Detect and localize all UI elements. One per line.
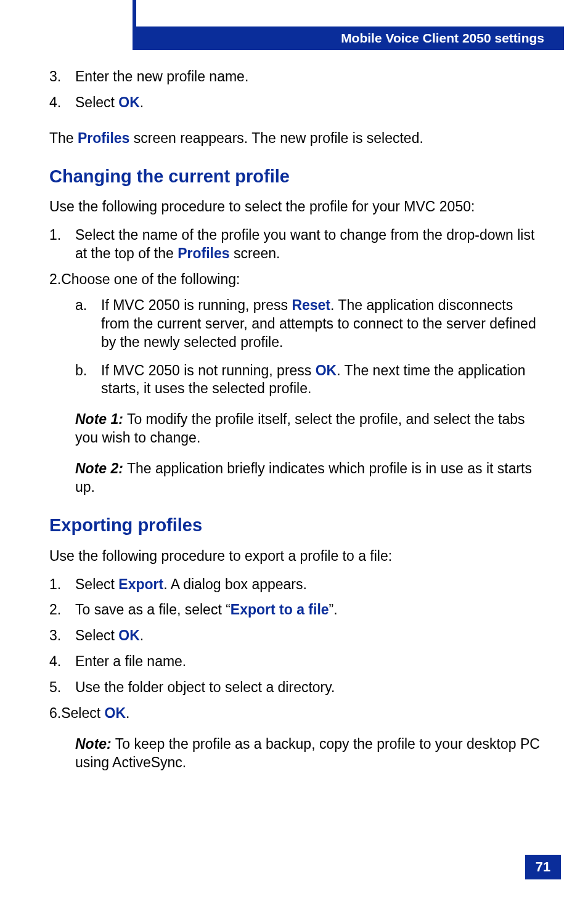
list-item: 3. Select OK. <box>49 627 542 645</box>
header-title: Mobile Voice Client 2050 settings <box>341 31 544 46</box>
sub-list-item: b. If MVC 2050 is not running, press OK.… <box>75 362 542 399</box>
note-text: To keep the profile as a backup, copy th… <box>75 736 540 770</box>
list-item: 5. Use the folder object to select a dir… <box>49 679 542 697</box>
sub-list-letter: a. <box>75 296 101 352</box>
list-text: Select OK. <box>75 627 144 645</box>
sub-list-text: If MVC 2050 is not running, press OK. Th… <box>101 362 542 399</box>
paragraph: The Profiles screen reappears. The new p… <box>49 129 542 148</box>
ui-term-export-to-file: Export to a file <box>231 601 329 618</box>
header-bar: Mobile Voice Client 2050 settings <box>133 26 564 50</box>
note-2: Note 2: The application briefly indicate… <box>75 460 542 497</box>
sub-list-item: a. If MVC 2050 is running, press Reset. … <box>75 296 542 352</box>
list-item: 6. Select OK. Note: To keep the profile … <box>49 704 542 772</box>
list-item: 1. Select Export. A dialog box appears. <box>49 576 542 594</box>
list-number: 4. <box>49 653 75 671</box>
list-text: Select OK. <box>61 704 129 723</box>
note-label: Note 1: <box>75 411 123 427</box>
list-number: 5. <box>49 679 75 697</box>
ui-term-export: Export <box>118 576 163 592</box>
list-item: 2. Choose one of the following: a. If MV… <box>49 271 542 497</box>
list-number: 2. <box>49 601 75 619</box>
list-text: To save as a file, select “Export to a f… <box>75 601 338 619</box>
list-text: Select OK. <box>75 94 144 112</box>
list-text: Choose one of the following: <box>61 271 240 289</box>
list-text: Enter a file name. <box>75 653 186 671</box>
sub-list: a. If MVC 2050 is running, press Reset. … <box>75 296 542 398</box>
list-text: Select Export. A dialog box appears. <box>75 576 307 594</box>
page: Mobile Voice Client 2050 settings 3. Ent… <box>0 0 588 909</box>
ui-term-reset: Reset <box>292 297 330 313</box>
list-item: 1. Select the name of the profile you wa… <box>49 226 542 263</box>
procedure-list-changing: 1. Select the name of the profile you wa… <box>49 226 542 497</box>
list-number: 2. <box>49 271 61 289</box>
note-label: Note: <box>75 736 112 752</box>
list-number: 3. <box>49 627 75 645</box>
list-number: 6. <box>49 704 61 723</box>
ui-term-profiles: Profiles <box>78 130 129 146</box>
sub-list-letter: b. <box>75 362 101 399</box>
list-number: 4. <box>49 94 75 112</box>
note-text: The application briefly indicates which … <box>75 460 532 495</box>
continuation-list: 3. Enter the new profile name. 4. Select… <box>49 68 542 112</box>
ui-term-ok: OK <box>118 94 140 110</box>
ui-term-ok: OK <box>316 362 337 378</box>
note-text: To modify the profile itself, select the… <box>75 411 525 446</box>
ui-term-ok: OK <box>118 627 140 643</box>
list-item: 2. To save as a file, select “Export to … <box>49 601 542 619</box>
ui-term-profiles: Profiles <box>178 245 229 261</box>
procedure-list-exporting: 1. Select Export. A dialog box appears. … <box>49 576 542 772</box>
list-text: Use the folder object to select a direct… <box>75 679 335 697</box>
list-item: 4. Select OK. <box>49 94 542 112</box>
note-label: Note 2: <box>75 460 123 476</box>
section-heading-exporting: Exporting profiles <box>49 514 542 537</box>
section-intro: Use the following procedure to export a … <box>49 547 542 566</box>
list-number: 1. <box>49 226 75 263</box>
page-number: 71 <box>525 855 561 879</box>
list-item: 4. Enter a file name. <box>49 653 542 671</box>
content-area: 3. Enter the new profile name. 4. Select… <box>49 68 542 780</box>
section-intro: Use the following procedure to select th… <box>49 198 542 216</box>
note-1: Note 1: To modify the profile itself, se… <box>75 410 542 447</box>
section-heading-changing: Changing the current profile <box>49 165 542 189</box>
list-number: 1. <box>49 576 75 594</box>
list-text: Select the name of the profile you want … <box>75 226 542 263</box>
sub-list-text: If MVC 2050 is running, press Reset. The… <box>101 296 542 352</box>
ui-term-ok: OK <box>105 705 126 721</box>
list-number: 3. <box>49 68 75 86</box>
note: Note: To keep the profile as a backup, c… <box>75 735 542 772</box>
list-text: Enter the new profile name. <box>75 68 248 86</box>
list-item: 3. Enter the new profile name. <box>49 68 542 86</box>
